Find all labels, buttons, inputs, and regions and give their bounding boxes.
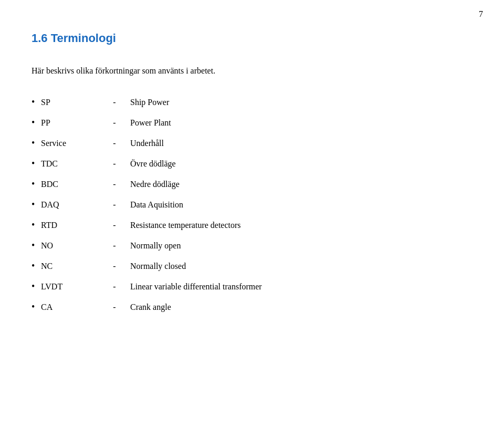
term-description: Data Aquisition	[130, 200, 183, 210]
list-item: • LVDT - Linear variable differential tr…	[32, 281, 472, 292]
term-dash: -	[99, 200, 130, 210]
term-description: Crank angle	[130, 303, 171, 312]
term-abbr: Service	[41, 139, 99, 148]
section-title: 1.6 Terminologi	[32, 32, 472, 45]
term-abbr: SP	[41, 98, 99, 107]
bullet-icon: •	[32, 240, 41, 251]
term-dash: -	[99, 118, 130, 128]
term-dash: -	[99, 159, 130, 169]
term-description: Underhåll	[130, 139, 164, 148]
term-abbr: CA	[41, 303, 99, 312]
term-description: Resistance temperature detectors	[130, 221, 241, 230]
term-description: Övre dödläge	[130, 159, 176, 169]
bullet-icon: •	[32, 158, 41, 169]
list-item: • SP - Ship Power	[32, 97, 472, 108]
list-item: • BDC - Nedre dödläge	[32, 179, 472, 190]
term-description: Normally open	[130, 241, 181, 251]
list-item: • Service - Underhåll	[32, 138, 472, 149]
list-item: • RTD - Resistance temperature detectors	[32, 220, 472, 231]
term-description: Power Plant	[130, 118, 171, 128]
list-item: • PP - Power Plant	[32, 117, 472, 128]
term-abbr: BDC	[41, 180, 99, 189]
terminology-list: • SP - Ship Power • PP - Power Plant • S…	[32, 97, 472, 313]
bullet-icon: •	[32, 199, 41, 210]
bullet-icon: •	[32, 220, 41, 231]
term-abbr: TDC	[41, 159, 99, 169]
term-description: Normally closed	[130, 262, 186, 271]
list-item: • TDC - Övre dödläge	[32, 158, 472, 169]
term-abbr: LVDT	[41, 282, 99, 291]
term-abbr: NC	[41, 262, 99, 271]
term-description: Linear variable differential transformer	[130, 282, 262, 291]
term-dash: -	[99, 98, 130, 107]
term-dash: -	[99, 262, 130, 271]
list-item: • NC - Normally closed	[32, 261, 472, 272]
bullet-icon: •	[32, 179, 41, 190]
term-abbr: NO	[41, 241, 99, 251]
bullet-icon: •	[32, 138, 41, 149]
bullet-icon: •	[32, 97, 41, 108]
page-number: 7	[479, 9, 483, 19]
term-dash: -	[99, 303, 130, 312]
bullet-icon: •	[32, 301, 41, 313]
term-dash: -	[99, 282, 130, 291]
term-description: Ship Power	[130, 98, 169, 107]
list-item: • CA - Crank angle	[32, 301, 472, 313]
term-dash: -	[99, 139, 130, 148]
bullet-icon: •	[32, 261, 41, 272]
bullet-icon: •	[32, 117, 41, 128]
list-item: • DAQ - Data Aquisition	[32, 199, 472, 210]
list-item: • NO - Normally open	[32, 240, 472, 251]
term-dash: -	[99, 221, 130, 230]
term-abbr: DAQ	[41, 200, 99, 210]
term-abbr: RTD	[41, 221, 99, 230]
term-dash: -	[99, 180, 130, 189]
term-dash: -	[99, 241, 130, 251]
bullet-icon: •	[32, 281, 41, 292]
intro-text: Här beskrivs olika förkortningar som anv…	[32, 66, 472, 76]
term-description: Nedre dödläge	[130, 180, 180, 189]
term-abbr: PP	[41, 118, 99, 128]
